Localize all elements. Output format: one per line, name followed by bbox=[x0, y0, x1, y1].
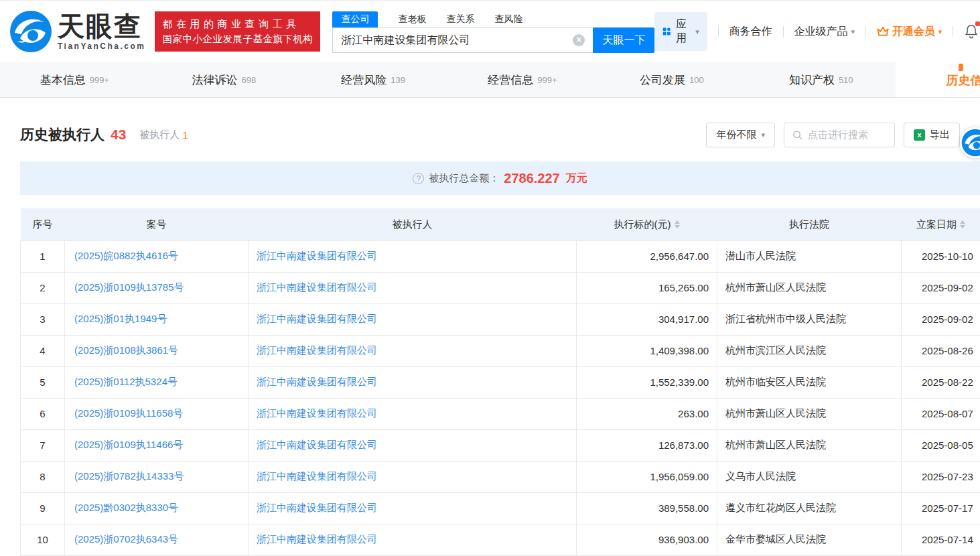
table-search-input[interactable]: 点击进行搜索 bbox=[784, 123, 895, 147]
case-number-link[interactable]: (2025)浙0109执11466号 bbox=[74, 439, 183, 450]
nav-tab-count: 139 bbox=[391, 75, 405, 85]
nav-tab-3[interactable]: 经营风险139 bbox=[299, 62, 448, 98]
court-cell: 杭州市萧山区人民法院 bbox=[717, 272, 902, 303]
company-search-input[interactable] bbox=[332, 27, 593, 53]
open-vip-link[interactable]: 开通会员 ▾ bbox=[877, 25, 942, 39]
court-cell: 杭州市萧山区人民法院 bbox=[717, 398, 902, 429]
col-header-person: 被执行人 bbox=[249, 208, 577, 240]
person-link[interactable]: 浙江中南建设集团有限公司 bbox=[257, 439, 377, 450]
search-tab-risk[interactable]: 查风险 bbox=[494, 11, 522, 27]
nav-tab-count: 100 bbox=[689, 75, 704, 85]
case-number-link[interactable]: (2025)黔0302执8330号 bbox=[74, 502, 178, 513]
nav-tab-count: 510 bbox=[839, 75, 853, 85]
case-number-link[interactable]: (2025)浙0109执13785号 bbox=[74, 281, 184, 293]
person-link[interactable]: 浙江中南建设集团有限公司 bbox=[257, 250, 377, 261]
person-link[interactable]: 浙江中南建设集团有限公司 bbox=[257, 470, 377, 482]
brand-name: 天眼查 bbox=[58, 13, 145, 40]
help-icon[interactable]: ? bbox=[413, 173, 424, 184]
nav-tab-1[interactable]: 基本信息999+ bbox=[0, 62, 149, 98]
search-button[interactable]: 天眼一下 bbox=[593, 27, 654, 53]
search-tab-relation[interactable]: 查关系 bbox=[446, 11, 474, 27]
nav-tab-5[interactable]: 公司发展100 bbox=[597, 62, 746, 98]
search-tab-boss[interactable]: 查老板 bbox=[398, 11, 426, 27]
nav-tab-7[interactable]: 历史信息 bbox=[896, 62, 980, 98]
case-number-link[interactable]: (2025)浙0782执14333号 bbox=[74, 470, 184, 482]
notification-bell-icon[interactable] bbox=[964, 23, 979, 40]
row-index-cell: 3 bbox=[21, 303, 65, 335]
year-filter-dropdown[interactable]: 年份不限 ▾ bbox=[706, 123, 775, 147]
nav-tab-count: 698 bbox=[241, 75, 256, 85]
nav-tab-label: 经营风险 bbox=[341, 72, 387, 88]
floating-assistant-button[interactable] bbox=[960, 127, 980, 158]
row-index-cell: 1 bbox=[21, 240, 65, 272]
enforced-table: 序号 案号 被执行人 执行标的(元) 执行法院 立案日期 1(2025)皖088… bbox=[20, 208, 980, 556]
person-link[interactable]: 浙江中南建设集团有限公司 bbox=[257, 407, 377, 419]
nav-tab-6[interactable]: 知识产权510 bbox=[746, 62, 896, 98]
person-link-cell: 浙江中南建设集团有限公司 bbox=[249, 524, 577, 555]
search-tabs: 查公司 查老板 查关系 查风险 bbox=[332, 10, 654, 27]
person-link[interactable]: 浙江中南建设集团有限公司 bbox=[257, 344, 377, 356]
case-number-link-cell: (2025)浙0112执5324号 bbox=[65, 366, 249, 398]
court-cell: 潜山市人民法院 bbox=[717, 240, 902, 272]
search-area: 查公司 查老板 查关系 查风险 ✕ 天眼一下 bbox=[332, 10, 654, 53]
col-header-date: 立案日期 bbox=[902, 208, 980, 240]
table-row: 5(2025)浙0112执5324号浙江中南建设集团有限公司1,552,339.… bbox=[21, 366, 980, 398]
sort-date-icon[interactable] bbox=[960, 220, 965, 228]
enterprise-product-link[interactable]: 企业级产品 ▾ bbox=[794, 25, 855, 39]
date-cell: 2025-09-02 bbox=[902, 303, 980, 335]
sort-amount-icon[interactable] bbox=[675, 220, 680, 228]
enterprise-product-label: 企业级产品 bbox=[794, 25, 847, 39]
excel-icon: x bbox=[914, 129, 925, 141]
section-sub-label[interactable]: 被执行人 bbox=[139, 129, 180, 141]
col-header-court: 执行法院 bbox=[717, 208, 902, 240]
hot-badge-icon bbox=[959, 64, 963, 71]
header-right-menu: 应用 ▾ 商务合作 企业级产品 ▾ 开通会员 ▾ bbox=[654, 12, 980, 51]
table-search-placeholder: 点击进行搜索 bbox=[808, 129, 868, 141]
person-link[interactable]: 浙江中南建设集团有限公司 bbox=[257, 533, 377, 545]
case-number-link-cell: (2025)黔0302执8330号 bbox=[65, 492, 249, 524]
amount-cell: 263.00 bbox=[577, 398, 717, 429]
person-link-cell: 浙江中南建设集团有限公司 bbox=[249, 303, 577, 335]
case-number-link[interactable]: (2025)皖0882执4616号 bbox=[74, 250, 178, 261]
nav-tab-4[interactable]: 经营信息999+ bbox=[448, 62, 598, 98]
section-title: 历史被执行人 bbox=[20, 125, 104, 144]
tianyancha-logo-icon bbox=[9, 10, 52, 53]
case-number-link-cell: (2025)浙0108执3861号 bbox=[65, 335, 249, 366]
case-number-link[interactable]: (2025)浙01执1949号 bbox=[74, 313, 167, 324]
export-label: 导出 bbox=[930, 129, 950, 141]
tianyancha-logo[interactable]: 天眼查 TianYanCha.com bbox=[9, 10, 145, 53]
person-link-cell: 浙江中南建设集团有限公司 bbox=[249, 335, 577, 366]
apps-menu-label: 应用 bbox=[676, 17, 691, 46]
business-coop-link[interactable]: 商务合作 bbox=[729, 25, 772, 39]
search-tab-company[interactable]: 查公司 bbox=[332, 11, 378, 27]
divider bbox=[783, 26, 784, 37]
row-index-cell: 10 bbox=[21, 524, 65, 555]
case-number-link-cell: (2025)浙01执1949号 bbox=[65, 303, 249, 335]
case-number-link[interactable]: (2025)浙0108执3861号 bbox=[74, 344, 178, 356]
divider bbox=[953, 26, 953, 37]
date-cell: 2025-07-17 bbox=[902, 492, 980, 524]
court-cell: 浙江省杭州市中级人民法院 bbox=[717, 303, 902, 335]
row-index-cell: 8 bbox=[21, 461, 65, 492]
person-link[interactable]: 浙江中南建设集团有限公司 bbox=[257, 502, 377, 513]
person-link[interactable]: 浙江中南建设集团有限公司 bbox=[257, 313, 377, 324]
amount-cell: 304,917.00 bbox=[577, 303, 717, 335]
nav-tab-label: 公司发展 bbox=[640, 72, 685, 88]
col-header-index: 序号 bbox=[21, 208, 65, 240]
table-row: 1(2025)皖0882执4616号浙江中南建设集团有限公司2,956,647.… bbox=[21, 240, 980, 272]
amount-cell: 936,903.00 bbox=[577, 524, 717, 555]
case-number-link[interactable]: (2025)浙0112执5324号 bbox=[74, 376, 178, 387]
apps-menu-button[interactable]: 应用 ▾ bbox=[654, 12, 707, 51]
person-link[interactable]: 浙江中南建设集团有限公司 bbox=[257, 281, 377, 293]
case-number-link[interactable]: (2025)浙0109执11658号 bbox=[74, 407, 183, 419]
business-coop-label: 商务合作 bbox=[729, 25, 772, 39]
nav-tab-2[interactable]: 法律诉讼698 bbox=[149, 62, 299, 98]
person-link[interactable]: 浙江中南建设集团有限公司 bbox=[257, 376, 377, 387]
export-button[interactable]: x 导出 bbox=[904, 123, 960, 147]
nav-tab-count: 999+ bbox=[90, 75, 109, 85]
table-header-row: 序号 案号 被执行人 执行标的(元) 执行法院 立案日期 bbox=[21, 208, 980, 240]
table-row: 7(2025)浙0109执11466号浙江中南建设集团有限公司126,873.0… bbox=[21, 429, 980, 461]
total-amount-label: 被执行总金额： bbox=[429, 172, 499, 185]
brand-text: 天眼查 TianYanCha.com bbox=[58, 13, 145, 51]
case-number-link[interactable]: (2025)浙0702执6343号 bbox=[74, 533, 178, 545]
